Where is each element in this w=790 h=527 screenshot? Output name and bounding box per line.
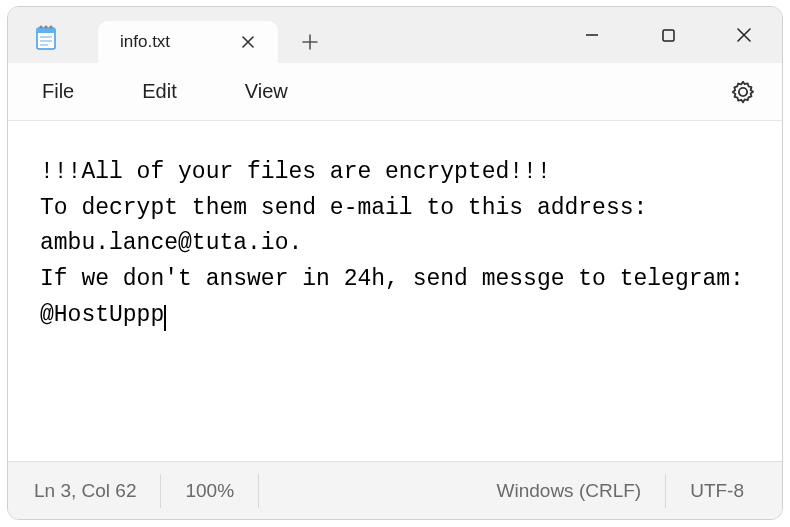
titlebar: info.txt [8,7,782,63]
new-tab-button[interactable] [286,21,334,63]
menu-edit[interactable]: Edit [128,72,190,111]
close-window-button[interactable] [706,7,782,63]
svg-point-2 [39,25,42,28]
settings-button[interactable] [724,73,762,111]
window-controls [554,7,782,63]
svg-point-4 [49,25,52,28]
minimize-button[interactable] [554,7,630,63]
statusbar: Ln 3, Col 62 100% Windows (CRLF) UTF-8 [8,461,782,519]
text-caret [164,305,166,331]
status-zoom[interactable]: 100% [161,474,259,508]
document-content: !!!All of your files are encrypted!!! To… [40,159,758,328]
notepad-app-icon [34,25,58,49]
gear-icon [730,79,756,105]
menu-view[interactable]: View [231,72,302,111]
tab-active[interactable]: info.txt [98,21,278,63]
text-editor-area[interactable]: !!!All of your files are encrypted!!! To… [8,121,782,461]
status-line-ending: Windows (CRLF) [473,474,667,508]
close-tab-icon[interactable] [236,30,260,55]
svg-rect-1 [37,28,55,33]
svg-point-3 [44,25,47,28]
menubar: File Edit View [8,63,782,121]
status-encoding: UTF-8 [666,474,768,508]
menu-file[interactable]: File [28,72,88,111]
notepad-window: info.txt File Edit View [7,6,783,520]
tab-title: info.txt [120,32,236,52]
maximize-button[interactable] [630,7,706,63]
svg-rect-9 [663,30,674,41]
status-cursor-position: Ln 3, Col 62 [22,474,161,508]
